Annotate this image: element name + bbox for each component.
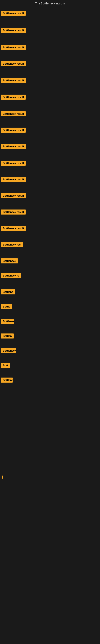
- bottleneck-label[interactable]: Bottlene: [1, 290, 15, 294]
- page-wrapper: TheBottlenecker.com Bottleneck result Bo…: [0, 0, 100, 580]
- bottleneck-label[interactable]: Bottleneck result: [1, 144, 26, 149]
- bottleneck-label[interactable]: Bottleneck result: [1, 11, 26, 16]
- list-item: Bottleneck result: [1, 10, 99, 18]
- bottom-spacer: [1, 480, 99, 580]
- list-item: Bottlen: [1, 333, 99, 340]
- bottleneck-label[interactable]: Bottleneck result: [1, 128, 26, 132]
- list-item: Bottleneck result: [1, 193, 99, 200]
- list-item: Bottleneck result: [1, 111, 99, 118]
- bottleneck-label[interactable]: Bottlene: [1, 378, 13, 382]
- list-item: Bottlene: [1, 377, 99, 384]
- list-item: Bottleneck result: [1, 61, 99, 68]
- bottleneck-label[interactable]: Bottle: [1, 304, 12, 309]
- list-item: Bottleneck result: [1, 94, 99, 102]
- list-item: Bottleneck result: [1, 27, 99, 35]
- list-item: Bottleneck: [1, 258, 99, 266]
- list-item: Bottleneck result: [1, 44, 99, 52]
- bottleneck-label[interactable]: Bottleneck result: [1, 28, 26, 33]
- bottleneck-label[interactable]: Bottleneck result: [1, 226, 26, 231]
- bottleneck-label[interactable]: Bottleneck result: [1, 160, 26, 166]
- bottleneck-label[interactable]: Bottleneck result: [1, 210, 26, 214]
- list-item: Bott: [1, 362, 99, 370]
- bottleneck-label[interactable]: Bott: [1, 363, 10, 368]
- tiny-marker: [1, 476, 3, 478]
- list-item: Bottleneck res: [1, 242, 99, 249]
- bottleneck-label[interactable]: Bottleneck result: [1, 94, 26, 100]
- spacer-block: [1, 385, 99, 474]
- list-item: Bottlenec: [1, 318, 99, 326]
- list-item: Bottleneck result: [1, 176, 99, 184]
- bottleneck-items-container: Bottleneck result Bottleneck result Bott…: [0, 10, 100, 580]
- site-title: TheBottlenecker.com: [0, 0, 100, 8]
- list-item: Bottleneck: [1, 348, 99, 355]
- list-item: Bottleneck re: [1, 273, 99, 280]
- bottleneck-label[interactable]: Bottleneck result: [1, 111, 26, 116]
- tiny-marker-container: [1, 476, 99, 480]
- bottleneck-label[interactable]: Bottleneck result: [1, 61, 26, 66]
- list-item: Bottleneck result: [1, 78, 99, 85]
- list-item: Bottleneck result: [1, 144, 99, 151]
- bottleneck-label[interactable]: Bottlen: [1, 334, 14, 338]
- bottleneck-label[interactable]: Bottleneck res: [1, 242, 23, 247]
- list-item: Bottle: [1, 304, 99, 311]
- bottleneck-label[interactable]: Bottleneck result: [1, 78, 26, 83]
- list-item: Bottleneck result: [1, 226, 99, 233]
- bottleneck-label[interactable]: Bottlenec: [1, 319, 14, 324]
- list-item: Bottleneck result: [1, 127, 99, 135]
- bottleneck-label[interactable]: Bottleneck re: [1, 273, 21, 278]
- list-item: Bottleneck result: [1, 209, 99, 216]
- bottleneck-label[interactable]: Bottleneck result: [1, 193, 26, 198]
- bottleneck-label[interactable]: Bottleneck: [1, 258, 18, 264]
- bottleneck-label[interactable]: Bottleneck result: [1, 45, 26, 50]
- bottleneck-label[interactable]: Bottleneck: [1, 348, 16, 353]
- bottleneck-label[interactable]: Bottleneck result: [1, 177, 26, 182]
- list-item: Bottlene: [1, 289, 99, 296]
- list-item: Bottleneck result: [1, 160, 99, 168]
